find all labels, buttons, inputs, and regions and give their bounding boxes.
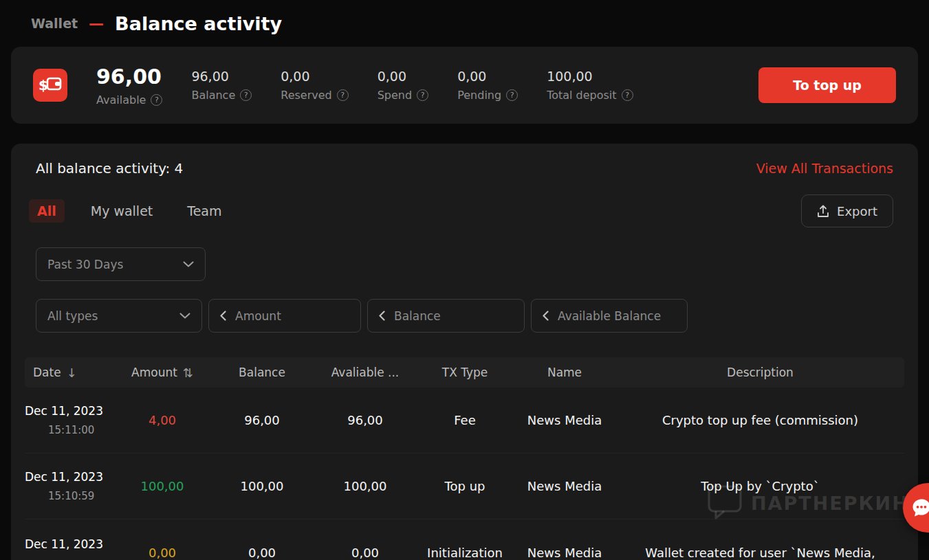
- tab-team[interactable]: Team: [179, 199, 230, 223]
- stat-available: 96,00 Available ?: [96, 65, 162, 107]
- sort-descending-icon[interactable]: ↓: [67, 366, 77, 380]
- total-deposit-label: Total deposit ?: [547, 89, 633, 102]
- cell-amount: 4,00: [114, 413, 210, 427]
- table-header-row: Date ↓ Amount ⇅ Balance Avaliable ... TX…: [25, 357, 904, 388]
- available-balance-filter[interactable]: Available Balance: [531, 299, 688, 333]
- type-select-value: All types: [47, 309, 98, 323]
- pending-label: Pending ?: [457, 89, 518, 102]
- cell-amount: 100,00: [114, 479, 210, 493]
- date-value: Dec 11, 2023: [25, 470, 114, 484]
- cell-name: News Media: [513, 479, 616, 493]
- type-select[interactable]: All types: [36, 299, 202, 333]
- amount-filter-label: Amount: [235, 309, 281, 323]
- stat-total-deposit: 100,00 Total deposit ?: [547, 69, 633, 102]
- cell-tx-type: Top up: [417, 479, 513, 493]
- reserved-label: Reserved ?: [281, 89, 348, 102]
- help-icon[interactable]: ?: [417, 89, 428, 101]
- spend-value: 0,00: [378, 69, 428, 84]
- export-label: Export: [837, 204, 877, 219]
- column-header-amount[interactable]: Amount ⇅: [114, 366, 210, 380]
- cell-available: 100,00: [314, 479, 417, 493]
- cell-tx-type: Fee: [417, 413, 513, 427]
- export-button[interactable]: Export: [801, 194, 893, 227]
- help-icon[interactable]: ?: [151, 94, 162, 106]
- activity-title: All balance activity: 4: [36, 160, 183, 177]
- help-icon[interactable]: ?: [337, 89, 349, 101]
- cell-description: Top Up by `Crypto`: [616, 479, 904, 493]
- total-deposit-label-text: Total deposit: [547, 89, 616, 102]
- cell-balance: 100,00: [210, 479, 314, 493]
- spend-label-text: Spend: [378, 89, 412, 102]
- column-header-amount-label: Amount: [131, 366, 177, 379]
- column-header-date-label: Date: [33, 366, 61, 379]
- transactions-table: Date ↓ Amount ⇅ Balance Avaliable ... TX…: [25, 357, 904, 560]
- page-title: Balance activity: [115, 13, 282, 34]
- cell-available: 96,00: [314, 413, 417, 427]
- table-row: Dec 11, 2023 0,00 0,00 0,00 Initializati…: [25, 519, 904, 560]
- pending-label-text: Pending: [457, 89, 501, 102]
- stat-spend: 0,00 Spend ?: [378, 69, 428, 102]
- view-all-transactions-link[interactable]: View All Transactions: [756, 161, 893, 176]
- cell-balance: 0,00: [210, 546, 314, 560]
- cell-tx-type: Initialization: [417, 546, 513, 560]
- stat-pending: 0,00 Pending ?: [457, 69, 518, 102]
- tabs-row: All My wallet Team Export: [25, 194, 904, 227]
- export-icon: [817, 205, 829, 218]
- balance-filter[interactable]: Balance: [367, 299, 525, 333]
- stat-reserved: 0,00 Reserved ?: [281, 69, 348, 102]
- available-label-text: Available: [96, 93, 146, 107]
- breadcrumb-separator: —: [89, 15, 104, 32]
- amount-filter[interactable]: Amount: [208, 299, 361, 333]
- top-up-button[interactable]: To top up: [758, 67, 896, 103]
- chevron-left-icon: [379, 311, 385, 321]
- help-icon[interactable]: ?: [506, 89, 518, 101]
- table-row: Dec 11, 2023 15:11:00 4,00 96,00 96,00 F…: [25, 388, 904, 453]
- chevron-down-icon: [183, 261, 194, 267]
- balance-activity-card: All balance activity: 4 View All Transac…: [11, 144, 918, 560]
- reserved-label-text: Reserved: [281, 89, 331, 102]
- cell-name: News Media: [513, 413, 616, 427]
- period-select[interactable]: Past 30 Days: [36, 247, 206, 281]
- breadcrumb-wallet-link[interactable]: Wallet: [31, 16, 78, 31]
- cell-date: Dec 11, 2023 15:11:00: [25, 404, 114, 436]
- cell-available: 0,00: [314, 546, 417, 560]
- column-header-tx-type: TX Type: [417, 366, 513, 379]
- cell-date: Dec 11, 2023 15:10:59: [25, 470, 114, 502]
- help-icon[interactable]: ?: [240, 89, 252, 101]
- column-header-available: Avaliable ...: [314, 366, 417, 379]
- column-header-name: Name: [513, 366, 616, 379]
- reserved-value: 0,00: [281, 69, 348, 84]
- available-balance-filter-label: Available Balance: [558, 309, 661, 323]
- stat-balance: 96,00 Balance ?: [191, 69, 252, 102]
- tab-all[interactable]: All: [29, 199, 65, 223]
- cell-description: Crypto top up fee (commission): [616, 413, 904, 427]
- date-value: Dec 11, 2023: [25, 404, 114, 418]
- breadcrumb: Wallet — Balance activity: [0, 0, 929, 37]
- chat-bubble-icon: [911, 497, 929, 520]
- tab-my-wallet[interactable]: My wallet: [83, 199, 162, 223]
- help-icon[interactable]: ?: [622, 89, 633, 101]
- date-value: Dec 11, 2023: [25, 537, 114, 551]
- table-row: Dec 11, 2023 15:10:59 100,00 100,00 100,…: [25, 453, 904, 519]
- cell-description: Wallet created for user `News Media,: [616, 546, 904, 560]
- sort-both-icon[interactable]: ⇅: [183, 366, 193, 380]
- pending-value: 0,00: [457, 69, 518, 84]
- activity-header-row: All balance activity: 4 View All Transac…: [25, 160, 904, 177]
- time-value: 15:10:59: [48, 490, 114, 502]
- balance-summary-card: $ 96,00 Available ? 96,00 Balance ? 0,00…: [11, 47, 918, 124]
- total-deposit-value: 100,00: [547, 69, 633, 84]
- chevron-left-icon: [220, 311, 226, 321]
- time-value: [48, 557, 114, 560]
- column-header-balance: Balance: [210, 366, 314, 379]
- chevron-left-icon: [543, 311, 549, 321]
- time-value: 15:11:00: [48, 424, 114, 436]
- balance-filter-label: Balance: [394, 309, 441, 323]
- cell-name: News Media: [513, 546, 616, 560]
- balance-value: 96,00: [191, 69, 252, 84]
- spend-label: Spend ?: [378, 89, 428, 102]
- cell-balance: 96,00: [210, 413, 314, 427]
- column-header-description: Description: [616, 366, 904, 379]
- wallet-icon: $: [33, 69, 67, 102]
- column-header-date[interactable]: Date ↓: [25, 366, 114, 380]
- available-value: 96,00: [96, 65, 162, 89]
